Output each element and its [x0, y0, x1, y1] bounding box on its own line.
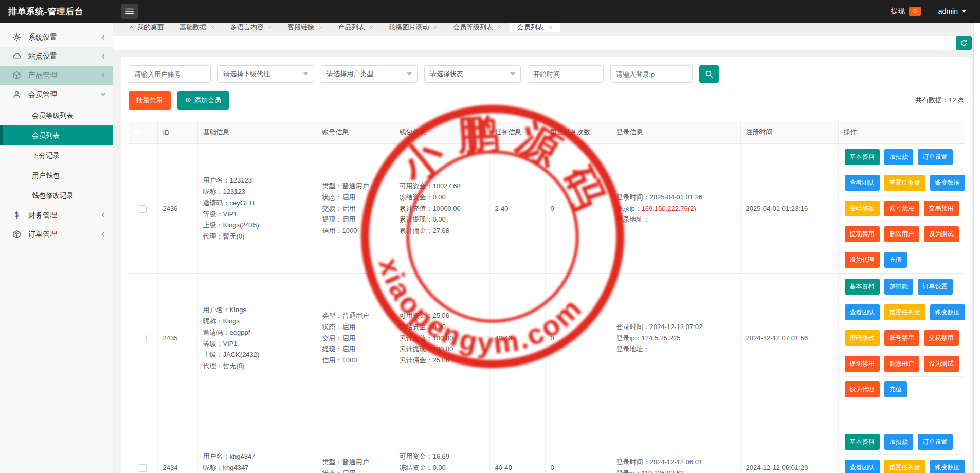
row-checkbox[interactable] — [139, 464, 147, 472]
action-button-订单设置[interactable]: 订单设置 — [918, 149, 953, 165]
withdraw-count-badge: 0 — [909, 7, 921, 16]
agent-select[interactable]: 请选择下级代理 — [217, 65, 314, 83]
start-time-input[interactable] — [528, 65, 604, 83]
sidebar-subitem-会员列表[interactable]: 会员列表 — [0, 125, 113, 145]
action-button-row: 查看团队重置任务量账变数据 — [845, 455, 963, 473]
action-button-订单设置[interactable]: 订单设置 — [918, 279, 953, 295]
refresh-button[interactable] — [956, 36, 972, 50]
sidebar-item-站点设置[interactable]: 站点设置 — [0, 47, 113, 66]
gear-icon — [12, 33, 21, 42]
cell-account-info: 类型：普通用户状态：启用交易：启用提现：启用信用：1000 — [317, 274, 394, 403]
sidebar-subitem-钱包修改记录[interactable]: 钱包修改记录 — [0, 186, 113, 206]
action-button-基本资料[interactable]: 基本资料 — [845, 279, 880, 295]
user-type-select[interactable]: 请选择用户类型 — [321, 65, 418, 83]
action-button-密码修改[interactable]: 密码修改 — [845, 201, 880, 216]
status-select-value: 请选择状态 — [430, 69, 463, 79]
close-icon[interactable]: × — [498, 24, 502, 31]
withdraw-menu[interactable]: 提现 0 — [891, 7, 921, 16]
action-button-基本资料[interactable]: 基本资料 — [845, 434, 880, 450]
action-button-密码修改[interactable]: 密码修改 — [845, 330, 880, 346]
sidebar-item-订单管理[interactable]: 订单管理 — [0, 225, 113, 244]
action-button-设为测试[interactable]: 设为测试 — [924, 226, 959, 242]
tab-基础数据[interactable]: 基础数据× — [172, 23, 223, 32]
action-button-重置任务量[interactable]: 重置任务量 — [884, 175, 925, 191]
chevron-left-icon — [100, 53, 106, 59]
action-button-提现禁用[interactable]: 提现禁用 — [845, 356, 880, 372]
sidebar-item-系统设置[interactable]: 系统设置 — [0, 28, 113, 47]
action-button-设为代理[interactable]: 设为代理 — [845, 381, 880, 397]
tab-产品列表[interactable]: 产品列表× — [331, 23, 382, 32]
basic-info-line: 昵称：Kings — [203, 316, 312, 327]
sidebar-item-会员管理[interactable]: 会员管理 — [0, 85, 113, 104]
sidebar-subitem-下分记录[interactable]: 下分记录 — [0, 145, 113, 166]
close-icon[interactable]: × — [268, 24, 273, 31]
wallet-info-line: 冻结资金：0.00 — [400, 192, 484, 203]
sidebar-subitem-会员等级列表[interactable]: 会员等级列表 — [0, 105, 113, 125]
site-icon — [12, 52, 21, 61]
action-button-重置任务量[interactable]: 重置任务量 — [884, 304, 925, 320]
sidebar-toggle-button[interactable] — [121, 4, 138, 19]
cell-register-time: 2025-04-01 01:23:16 — [740, 144, 838, 274]
cell-actions: 基本资料加扣款订单设置查看团队重置任务量账变数据密码修改账号禁用交易禁用 — [838, 403, 965, 473]
tab-会员等级列表[interactable]: 会员等级列表× — [445, 23, 510, 32]
sidebar-item-label: 财务管理 — [28, 211, 100, 220]
close-icon[interactable]: × — [433, 24, 438, 31]
cell-login-info: 登录时间：2025-04-01 01:26登录ip：169.150.222.76… — [611, 144, 740, 274]
tab-客服链接[interactable]: 客服链接× — [280, 23, 331, 32]
action-button-设为代理[interactable]: 设为代理 — [845, 252, 880, 268]
add-icon: ⊕ — [185, 96, 191, 104]
chevron-down-icon — [303, 72, 308, 76]
action-button-充值[interactable]: 充值 — [884, 252, 907, 268]
action-button-提现禁用[interactable]: 提现禁用 — [845, 226, 880, 242]
row-checkbox[interactable] — [139, 335, 147, 342]
select-all-checkbox[interactable] — [134, 129, 141, 136]
action-button-交易禁用[interactable]: 交易禁用 — [924, 330, 959, 346]
search-button[interactable] — [699, 65, 719, 83]
wallet-info-line: 冻结资金：0.00 — [400, 462, 484, 473]
action-button-账变数据[interactable]: 账变数据 — [930, 175, 965, 191]
sidebar-subitem-用户钱包[interactable]: 用户钱包 — [0, 166, 113, 186]
action-button-加扣款[interactable]: 加扣款 — [884, 149, 913, 165]
action-button-设为测试[interactable]: 设为测试 — [924, 356, 959, 372]
action-button-交易禁用[interactable]: 交易禁用 — [924, 201, 959, 216]
scrollbar-track[interactable] — [973, 23, 980, 473]
action-button-基本资料[interactable]: 基本资料 — [845, 149, 880, 165]
action-button-删除用户[interactable]: 删除用户 — [884, 226, 919, 242]
close-icon[interactable]: × — [319, 24, 323, 31]
batch-disable-button[interactable]: 批量禁用 — [129, 91, 171, 110]
sidebar-item-产品管理[interactable]: 产品管理 — [0, 66, 113, 85]
action-button-订单设置[interactable]: 订单设置 — [918, 434, 953, 450]
action-button-账号禁用[interactable]: 账号禁用 — [884, 330, 919, 346]
status-select[interactable]: 请选择状态 — [424, 65, 521, 83]
tab-会员列表[interactable]: 会员列表× — [510, 23, 560, 32]
action-button-删除用户[interactable]: 删除用户 — [884, 356, 919, 372]
sidebar-item-label: 产品管理 — [28, 71, 100, 80]
cell-account-info: 类型：普通用户状态：启用 — [317, 403, 394, 473]
action-button-账号禁用[interactable]: 账号禁用 — [884, 201, 919, 216]
close-icon[interactable]: × — [370, 24, 374, 31]
action-button-重置任务量[interactable]: 重置任务量 — [884, 460, 925, 473]
tab-多语言内容[interactable]: 多语言内容× — [223, 23, 280, 32]
action-button-加扣款[interactable]: 加扣款 — [884, 434, 913, 450]
action-button-账变数据[interactable]: 账变数据 — [930, 460, 965, 473]
close-icon[interactable]: × — [211, 24, 215, 31]
action-button-充值[interactable]: 充值 — [884, 381, 907, 397]
tab-我的桌面[interactable]: ⌂我的桌面 — [121, 23, 172, 32]
action-button-查看团队[interactable]: 查看团队 — [845, 175, 880, 191]
tab-轮播图片滚动[interactable]: 轮播图片滚动× — [381, 23, 445, 32]
col-header-login-info: 登录信息 — [611, 121, 740, 144]
sidebar-item-财务管理[interactable]: 财务管理 — [0, 206, 113, 225]
action-button-查看团队[interactable]: 查看团队 — [845, 460, 880, 473]
close-icon[interactable]: × — [549, 24, 553, 31]
account-input[interactable] — [129, 65, 211, 83]
action-button-账变数据[interactable]: 账变数据 — [930, 304, 965, 320]
basic-info-line: 代理：暂无(0) — [203, 231, 312, 242]
action-button-查看团队[interactable]: 查看团队 — [845, 304, 880, 320]
login-ip-input[interactable] — [610, 65, 693, 83]
row-checkbox[interactable] — [139, 205, 147, 213]
wallet-info-line: 可用资金：25.06 — [400, 310, 484, 321]
add-member-button[interactable]: ⊕添加会员 — [177, 91, 229, 110]
user-menu[interactable]: admin — [938, 7, 967, 15]
account-info-line: 交易：启用 — [322, 203, 389, 214]
action-button-加扣款[interactable]: 加扣款 — [884, 279, 913, 295]
